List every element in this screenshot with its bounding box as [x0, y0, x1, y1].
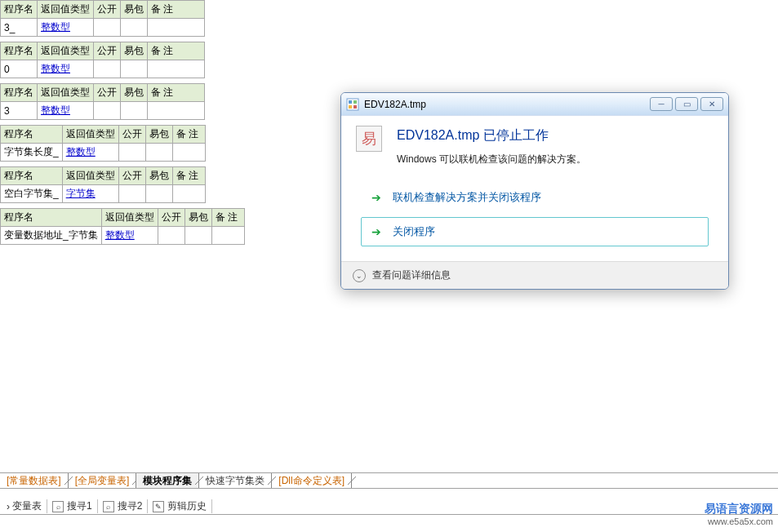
cell-name[interactable]: 3 [1, 102, 38, 120]
col-return-type: 返回值类型 [101, 209, 158, 227]
col-epkg: 易包 [145, 167, 172, 185]
dialog-subtext: Windows 可以联机检查该问题的解决方案。 [397, 153, 709, 166]
maximize-button[interactable]: ▭ [675, 97, 698, 111]
table-row[interactable]: 字节集长度_ 整数型 [1, 144, 206, 162]
program-icon: 易 [356, 126, 382, 152]
col-remark: 备 注 [172, 126, 205, 144]
toolbar-label: 变量表 [12, 499, 42, 513]
cell-name[interactable]: 变量数据地址_字节集 [1, 227, 102, 245]
table-area: 程序名 返回值类型 公开 易包 备 注 3_ 整数型 程序名 返回值类型 公开 … [0, 0, 278, 250]
cell-epkg[interactable] [121, 60, 148, 78]
svg-rect-3 [349, 105, 352, 109]
col-return-type: 返回值类型 [62, 167, 118, 185]
svg-rect-1 [349, 100, 352, 104]
chevron-down-icon[interactable]: ⌄ [353, 269, 366, 282]
tab-constants[interactable]: [常量数据表] [0, 473, 69, 488]
cell-public[interactable] [118, 144, 145, 162]
tab-fast-byteset[interactable]: 快速字节集类 [199, 473, 272, 488]
cell-public[interactable] [118, 185, 145, 203]
proc-table-5: 程序名 返回值类型 公开 易包 备 注 空白字节集_ 字节集 [0, 166, 206, 203]
cell-epkg[interactable] [145, 185, 172, 203]
cell-public[interactable] [94, 19, 121, 37]
toolbar-vartable[interactable]: › 变量表 [2, 499, 47, 513]
return-type-link[interactable]: 字节集 [66, 188, 96, 199]
proc-table-4: 程序名 返回值类型 公开 易包 备 注 字节集长度_ 整数型 [0, 125, 206, 162]
return-type-link[interactable]: 整数型 [66, 146, 96, 157]
proc-table-2: 程序名 返回值类型 公开 易包 备 注 0 整数型 [0, 42, 205, 78]
cell-name[interactable]: 0 [1, 60, 38, 78]
edit-icon: ✎ [153, 501, 164, 512]
cell-remark[interactable] [172, 144, 205, 162]
cell-public[interactable] [94, 60, 121, 78]
details-link[interactable]: 查看问题详细信息 [372, 268, 451, 282]
cell-epkg[interactable] [121, 102, 148, 120]
svg-rect-4 [353, 105, 357, 109]
col-return-type: 返回值类型 [38, 42, 94, 60]
col-proc-name: 程序名 [1, 167, 63, 185]
col-return-type: 返回值类型 [62, 126, 118, 144]
table-row[interactable]: 3 整数型 [1, 102, 205, 120]
return-type-link[interactable]: 整数型 [41, 104, 70, 116]
table-row[interactable]: 空白字节集_ 字节集 [1, 185, 206, 203]
return-type-link[interactable]: 整数型 [105, 229, 135, 241]
table-row[interactable]: 3_ 整数型 [1, 19, 205, 37]
col-epkg: 易包 [121, 1, 148, 19]
col-public: 公开 [94, 84, 121, 102]
col-remark: 备 注 [148, 1, 205, 19]
table-row[interactable]: 0 整数型 [1, 60, 205, 78]
watermark-url: www.e5a5x.com [705, 516, 773, 527]
search-icon: ⌕ [103, 501, 114, 512]
close-button[interactable]: ✕ [700, 97, 723, 111]
toolbar-clip-history[interactable]: ✎ 剪辑历史 [148, 499, 212, 513]
col-proc-name: 程序名 [1, 42, 38, 60]
app-icon [346, 98, 359, 111]
dialog-titlebar[interactable]: EDV182A.tmp ─ ▭ ✕ [341, 93, 728, 116]
col-epkg: 易包 [184, 209, 211, 227]
proc-table-6: 程序名 返回值类型 公开 易包 备 注 变量数据地址_字节集 整数型 [0, 208, 245, 245]
cell-remark[interactable] [148, 60, 205, 78]
cell-epkg[interactable] [184, 227, 211, 245]
toolbar-search2[interactable]: ⌕ 搜寻2 [98, 499, 149, 513]
col-public: 公开 [118, 167, 145, 185]
cell-name[interactable]: 空白字节集_ [1, 185, 63, 203]
toolbar-label: 搜寻2 [118, 499, 143, 513]
option-check-online[interactable]: ➔ 联机检查解决方案并关闭该程序 [361, 183, 709, 212]
tab-globals[interactable]: [全局变量表] [69, 473, 137, 488]
col-public: 公开 [118, 126, 145, 144]
cell-public[interactable] [158, 227, 184, 245]
col-proc-name: 程序名 [1, 126, 63, 144]
cell-epkg[interactable] [145, 144, 172, 162]
table-row[interactable]: 变量数据地址_字节集 整数型 [1, 227, 245, 245]
cell-remark[interactable] [148, 102, 205, 120]
svg-rect-2 [353, 100, 357, 104]
col-epkg: 易包 [145, 126, 172, 144]
minimize-button[interactable]: ─ [650, 97, 673, 111]
option-close-program[interactable]: ➔ 关闭程序 [361, 217, 709, 246]
cell-remark[interactable] [211, 227, 244, 245]
arrow-right-icon: ➔ [371, 225, 381, 238]
col-remark: 备 注 [148, 84, 205, 102]
toolbar-search1[interactable]: ⌕ 搜寻1 [47, 499, 98, 513]
toolbar-label: 剪辑历史 [167, 499, 207, 513]
cell-remark[interactable] [172, 185, 205, 203]
proc-table-1: 程序名 返回值类型 公开 易包 备 注 3_ 整数型 [0, 0, 205, 37]
cell-public[interactable] [94, 102, 121, 120]
toolbar-label: 搜寻1 [67, 499, 92, 513]
return-type-link[interactable]: 整数型 [41, 63, 70, 74]
col-remark: 备 注 [148, 42, 205, 60]
tab-dll-commands[interactable]: [Dll命令定义表] [272, 473, 352, 488]
col-remark: 备 注 [172, 167, 205, 185]
col-remark: 备 注 [211, 209, 244, 227]
cell-name[interactable]: 字节集长度_ [1, 144, 63, 162]
cell-name[interactable]: 3_ [1, 19, 38, 37]
cell-remark[interactable] [148, 19, 205, 37]
option-label: 联机检查解决方案并关闭该程序 [393, 190, 541, 205]
col-proc-name: 程序名 [1, 209, 102, 227]
bottom-toolbar: › 变量表 ⌕ 搜寻1 ⌕ 搜寻2 ✎ 剪辑历史 [0, 499, 778, 515]
cell-epkg[interactable] [121, 19, 148, 37]
return-type-link[interactable]: 整数型 [41, 21, 70, 33]
col-public: 公开 [94, 42, 121, 60]
col-epkg: 易包 [121, 42, 148, 60]
dialog-title: EDV182A.tmp [364, 99, 647, 110]
tab-module-procs[interactable]: 模块程序集 [136, 473, 199, 488]
